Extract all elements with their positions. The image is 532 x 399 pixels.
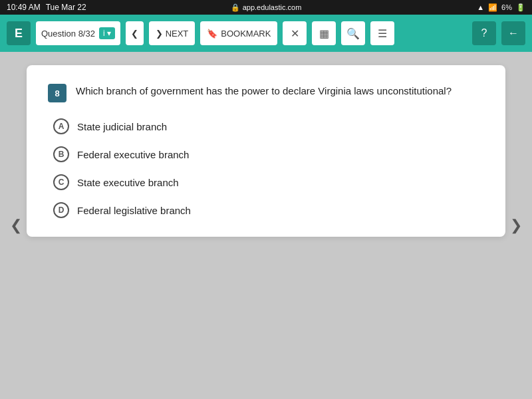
app-logo: E: [7, 21, 31, 45]
status-bar: 10:49 AM Tue Mar 22 🔒 app.edulastic.com …: [0, 0, 532, 15]
bookmark-button[interactable]: 🔖 BOOKMARK: [200, 21, 277, 45]
close-icon: ✕: [291, 27, 299, 40]
question-card: 8 Which branch of government has the pow…: [27, 65, 505, 237]
status-bar-right: ▲ 📶 6% 🔋: [477, 3, 525, 12]
prev-arrow-icon: ❮: [131, 29, 138, 39]
option-b[interactable]: B Federal executive branch: [53, 146, 484, 162]
option-d[interactable]: D Federal legislative branch: [53, 202, 484, 218]
search-icon: 🔍: [346, 27, 360, 40]
option-b-label: Federal executive branch: [77, 149, 189, 160]
info-icon: i: [103, 29, 105, 38]
help-icon: ?: [481, 27, 487, 39]
option-a-label: State judicial branch: [77, 121, 167, 132]
option-a[interactable]: A State judicial branch: [53, 118, 484, 134]
answer-options: A State judicial branch B Federal execut…: [48, 118, 484, 218]
calendar-icon: ▦: [319, 27, 329, 40]
question-counter: Question 8/32: [41, 29, 95, 39]
question-number-badge: 8: [48, 84, 66, 102]
battery-icon: 🔋: [516, 3, 525, 12]
date-display: Tue Mar 22: [46, 3, 86, 12]
bookmark-label: BOOKMARK: [221, 29, 271, 39]
option-d-circle: D: [53, 202, 69, 218]
url-text: app.edulastic.com: [243, 3, 302, 11]
option-b-circle: B: [53, 146, 69, 162]
next-button[interactable]: ❯ NEXT: [149, 21, 196, 45]
question-text: Which branch of government has the power…: [76, 84, 452, 99]
bookmark-icon: 🔖: [207, 29, 217, 39]
wifi-icon: ▲: [477, 3, 484, 11]
signal-icon: 📶: [488, 3, 497, 12]
chevron-down-icon: ▾: [107, 29, 111, 38]
next-arrow-icon: ❯: [156, 29, 163, 39]
lock-icon: 🔒: [231, 3, 240, 12]
option-c-label: State executive branch: [77, 177, 179, 188]
left-nav-arrow[interactable]: ❮: [3, 210, 29, 241]
question-header: 8 Which branch of government has the pow…: [48, 84, 484, 102]
next-label: NEXT: [166, 29, 189, 39]
back-button[interactable]: ←: [501, 21, 525, 45]
toolbar-right-actions: ? ←: [472, 21, 525, 45]
option-c[interactable]: C State executive branch: [53, 174, 484, 190]
calendar-button[interactable]: ▦: [312, 21, 336, 45]
help-button[interactable]: ?: [472, 21, 496, 45]
question-nav-container: Question 8/32 i ▾: [36, 21, 120, 45]
toolbar: E Question 8/32 i ▾ ❮ ❯ NEXT 🔖 BOOKMARK …: [0, 15, 532, 52]
close-button[interactable]: ✕: [283, 21, 307, 45]
back-arrow-icon: ←: [508, 27, 519, 39]
prev-button[interactable]: ❮: [126, 21, 144, 45]
battery-text: 6%: [501, 3, 512, 11]
right-nav-arrow[interactable]: ❯: [503, 210, 529, 241]
menu-icon: ☰: [378, 27, 387, 40]
option-a-circle: A: [53, 118, 69, 134]
option-d-label: Federal legislative branch: [77, 205, 191, 216]
time-display: 10:49 AM: [7, 3, 41, 12]
search-button[interactable]: 🔍: [341, 21, 365, 45]
option-c-circle: C: [53, 174, 69, 190]
url-bar: 🔒 app.edulastic.com: [231, 3, 302, 12]
menu-button[interactable]: ☰: [370, 21, 394, 45]
info-button[interactable]: i ▾: [99, 27, 115, 39]
main-area: ❮ 8 Which branch of government has the p…: [0, 52, 532, 399]
